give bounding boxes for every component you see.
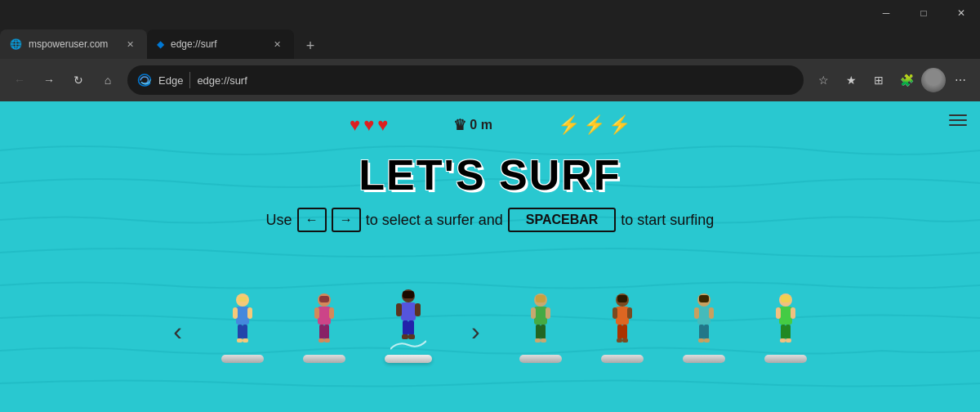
svg-rect-30 [536,325,541,339]
tab-surf-title: edge://surf [171,38,263,50]
collections-button[interactable]: ⊞ [866,67,892,93]
svg-rect-11 [318,307,331,325]
titlebar: ─ □ ✕ [0,0,980,26]
surfer-4-board [519,355,562,363]
key-left-arrow: ← [297,208,327,232]
address-omnibox[interactable]: Edge edge://surf [127,65,804,95]
svg-rect-4 [243,325,247,339]
window-controls: ─ □ ✕ [867,0,980,26]
svg-rect-33 [546,307,550,319]
close-button[interactable]: ✕ [942,0,980,26]
surfer-5-board [601,355,644,363]
tab-close-button[interactable]: ✕ [122,37,137,52]
svg-rect-42 [627,307,632,319]
svg-rect-21 [403,320,408,335]
surfer-3-board [385,355,432,363]
svg-rect-57 [781,325,786,339]
surfer-4[interactable] [519,292,562,363]
surfer-7[interactable] [764,292,807,363]
lightning-2: ⚡ [583,114,605,136]
menu-line-3 [949,124,967,126]
forward-button[interactable]: → [36,67,62,93]
surfer-1-figure [227,292,258,353]
svg-rect-52 [698,338,704,343]
svg-rect-56 [779,307,792,325]
surfer-nav-right[interactable]: › [471,316,480,347]
svg-rect-39 [617,325,622,339]
tab-edge-surf[interactable]: ◆ edge://surf ✕ [147,29,294,59]
surfer-3-selected[interactable] [385,288,432,363]
svg-rect-51 [709,307,714,319]
refresh-button[interactable]: ↻ [65,67,91,93]
game-title: LET'S SURF [0,150,980,199]
crown-icon: ♛ [453,116,466,134]
score-display: ♛ 0 m [453,116,492,134]
svg-rect-2 [236,307,249,325]
surfer-6-figure [688,292,719,353]
surfer-6[interactable] [683,292,725,363]
svg-rect-17 [324,338,330,343]
surfer-2[interactable] [303,292,345,363]
tab-mspoweruser[interactable]: 🌐 mspoweruser.com ✕ [0,29,147,59]
svg-rect-20 [401,302,416,320]
game-menu-button[interactable] [949,114,967,126]
svg-rect-3 [238,325,243,339]
surfer-1[interactable] [221,292,264,363]
surfer-2-board [303,355,345,363]
svg-rect-13 [324,325,329,339]
svg-rect-37 [617,295,627,302]
surfer-5-figure [607,292,638,353]
svg-rect-8 [243,338,248,343]
game-instructions: Use ← → to select a surfer and SPACEBAR … [0,208,980,232]
url-display: edge://surf [197,74,794,87]
svg-rect-44 [622,338,628,343]
heart-3: ♥ [377,114,388,136]
tab-title: mspoweruser.com [29,38,116,50]
game-area: ♥ ♥ ♥ ♛ 0 m ⚡ ⚡ ⚡ LET'S SURF Use ← → to … [0,101,980,412]
svg-rect-1 [238,297,247,302]
heart-1: ♥ [350,114,360,136]
svg-rect-24 [415,303,421,316]
svg-rect-43 [617,338,622,343]
more-options-button[interactable]: ⋯ [947,67,973,93]
instructions-use: Use [266,212,292,229]
svg-rect-15 [329,307,334,319]
surfer-5[interactable] [601,292,644,363]
user-avatar[interactable] [921,68,946,92]
surfer-1-board [221,355,264,363]
menu-line-2 [949,119,967,121]
tab-surf-close-button[interactable]: ✕ [270,37,284,52]
svg-rect-14 [314,307,319,319]
svg-rect-10 [319,296,329,302]
surfer-4-figure [525,292,556,353]
home-button[interactable]: ⌂ [95,67,121,93]
svg-rect-29 [534,307,547,325]
surfer-7-board [764,355,807,363]
svg-rect-59 [776,307,781,319]
svg-rect-49 [704,325,709,339]
svg-rect-34 [535,338,541,343]
addressbar: ← → ↻ ⌂ Edge edge://surf ☆ ★ ⊞ 🧩 ⋯ [0,59,980,101]
omnibox-separator [189,72,190,88]
favorites-star-button[interactable]: ☆ [810,67,836,93]
svg-rect-25 [402,334,408,339]
surfer-6-board [683,355,725,363]
score-value: 0 m [470,118,492,132]
favorites-button[interactable]: ★ [838,67,864,93]
profile-button[interactable]: 🧩 [893,67,920,93]
svg-rect-22 [408,320,414,335]
surfer-nav-left[interactable]: ‹ [173,316,182,347]
minimize-button[interactable]: ─ [867,0,905,26]
lightning-display: ⚡ ⚡ ⚡ [558,114,630,136]
svg-rect-5 [233,307,238,319]
game-hud: ♥ ♥ ♥ ♛ 0 m ⚡ ⚡ ⚡ [0,114,980,136]
surfer-3-figure [390,288,426,353]
svg-rect-32 [531,307,536,319]
new-tab-button[interactable]: + [297,33,323,59]
svg-rect-40 [622,325,627,339]
svg-rect-55 [781,295,791,302]
maximize-button[interactable]: □ [905,0,942,26]
svg-rect-16 [318,338,324,343]
surfer-2-figure [309,292,340,353]
back-button[interactable]: ← [7,67,33,93]
